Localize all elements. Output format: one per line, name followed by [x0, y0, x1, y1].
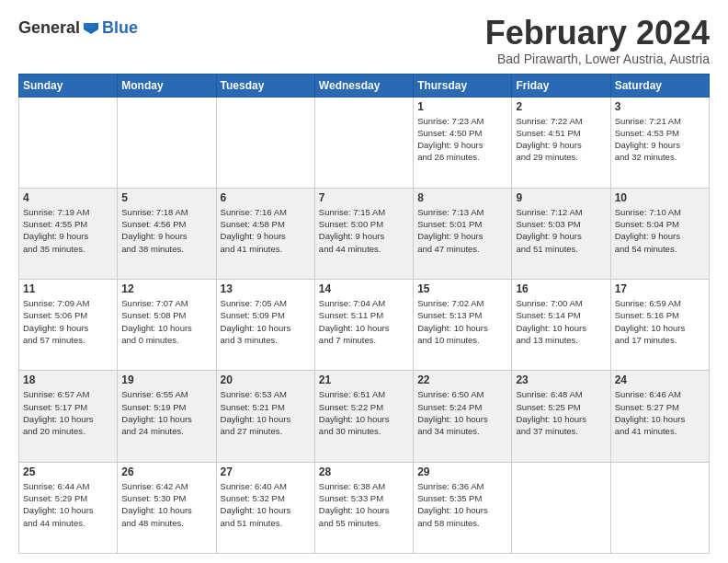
day-number: 7: [319, 191, 409, 204]
day-number: 11: [23, 282, 113, 295]
day-header-sunday: Sunday: [19, 74, 118, 97]
day-header-saturday: Saturday: [610, 74, 709, 97]
calendar-cell: 19Sunrise: 6:55 AMSunset: 5:19 PMDayligh…: [118, 371, 216, 462]
day-info: Sunrise: 7:12 AMSunset: 5:03 PMDaylight:…: [516, 206, 606, 255]
day-number: 23: [516, 373, 606, 386]
calendar-cell: [610, 462, 709, 553]
calendar-cell: 29Sunrise: 6:36 AMSunset: 5:35 PMDayligh…: [414, 462, 512, 553]
calendar-cell: 14Sunrise: 7:04 AMSunset: 5:11 PMDayligh…: [314, 280, 413, 371]
day-number: 29: [417, 465, 507, 478]
calendar-cell: 1Sunrise: 7:23 AMSunset: 4:50 PMDaylight…: [414, 97, 512, 188]
day-info: Sunrise: 7:10 AMSunset: 5:04 PMDaylight:…: [615, 206, 705, 255]
day-info: Sunrise: 7:04 AMSunset: 5:11 PMDaylight:…: [319, 297, 409, 346]
day-info: Sunrise: 7:18 AMSunset: 4:56 PMDaylight:…: [121, 206, 211, 255]
day-info: Sunrise: 7:13 AMSunset: 5:01 PMDaylight:…: [417, 206, 507, 255]
day-number: 25: [23, 465, 113, 478]
day-info: Sunrise: 6:38 AMSunset: 5:33 PMDaylight:…: [319, 480, 409, 529]
day-number: 3: [615, 100, 705, 113]
logo-flag-icon: [82, 19, 100, 38]
day-info: Sunrise: 6:44 AMSunset: 5:29 PMDaylight:…: [23, 480, 113, 529]
day-number: 1: [417, 100, 507, 113]
day-number: 21: [319, 373, 409, 386]
calendar-cell: 10Sunrise: 7:10 AMSunset: 5:04 PMDayligh…: [610, 188, 709, 279]
calendar-cell: 12Sunrise: 7:07 AMSunset: 5:08 PMDayligh…: [118, 280, 216, 371]
day-header-monday: Monday: [118, 74, 216, 97]
day-number: 9: [516, 191, 606, 204]
day-number: 15: [417, 282, 507, 295]
day-header-friday: Friday: [512, 74, 610, 97]
day-info: Sunrise: 7:07 AMSunset: 5:08 PMDaylight:…: [121, 297, 211, 346]
day-info: Sunrise: 6:40 AMSunset: 5:32 PMDaylight:…: [221, 480, 311, 529]
day-number: 20: [221, 373, 311, 386]
day-number: 26: [121, 465, 211, 478]
calendar-header-row: SundayMondayTuesdayWednesdayThursdayFrid…: [19, 74, 710, 97]
day-number: 13: [221, 282, 311, 295]
calendar-cell: 28Sunrise: 6:38 AMSunset: 5:33 PMDayligh…: [314, 462, 413, 553]
day-number: 2: [516, 100, 606, 113]
day-number: 10: [615, 191, 705, 204]
logo-general: General: [18, 18, 80, 37]
day-info: Sunrise: 7:22 AMSunset: 4:51 PMDaylight:…: [516, 115, 606, 164]
calendar-cell: 21Sunrise: 6:51 AMSunset: 5:22 PMDayligh…: [314, 371, 413, 462]
calendar-cell: [118, 97, 216, 188]
day-info: Sunrise: 7:19 AMSunset: 4:55 PMDaylight:…: [23, 206, 113, 255]
calendar-cell: 13Sunrise: 7:05 AMSunset: 5:09 PMDayligh…: [216, 280, 314, 371]
day-info: Sunrise: 6:36 AMSunset: 5:35 PMDaylight:…: [417, 480, 507, 529]
calendar-cell: 4Sunrise: 7:19 AMSunset: 4:55 PMDaylight…: [19, 188, 118, 279]
svg-marker-1: [84, 23, 95, 29]
calendar-week-1: 1Sunrise: 7:23 AMSunset: 4:50 PMDaylight…: [19, 97, 710, 188]
day-info: Sunrise: 7:16 AMSunset: 4:58 PMDaylight:…: [221, 206, 311, 255]
title-block: February 2024 Bad Pirawarth, Lower Austr…: [485, 15, 710, 66]
day-number: 8: [417, 191, 507, 204]
day-header-thursday: Thursday: [414, 74, 512, 97]
day-info: Sunrise: 6:59 AMSunset: 5:16 PMDaylight:…: [615, 297, 705, 346]
day-header-wednesday: Wednesday: [314, 74, 413, 97]
day-number: 28: [319, 465, 409, 478]
day-header-tuesday: Tuesday: [216, 74, 314, 97]
day-number: 27: [221, 465, 311, 478]
day-info: Sunrise: 6:48 AMSunset: 5:25 PMDaylight:…: [516, 388, 606, 437]
calendar-cell: 24Sunrise: 6:46 AMSunset: 5:27 PMDayligh…: [610, 371, 709, 462]
calendar-cell: [314, 97, 413, 188]
day-number: 4: [23, 191, 113, 204]
calendar-cell: 17Sunrise: 6:59 AMSunset: 5:16 PMDayligh…: [610, 280, 709, 371]
day-info: Sunrise: 7:23 AMSunset: 4:50 PMDaylight:…: [417, 115, 507, 164]
day-number: 18: [23, 373, 113, 386]
calendar-cell: 7Sunrise: 7:15 AMSunset: 5:00 PMDaylight…: [314, 188, 413, 279]
day-info: Sunrise: 6:50 AMSunset: 5:24 PMDaylight:…: [417, 388, 507, 437]
day-info: Sunrise: 6:53 AMSunset: 5:21 PMDaylight:…: [221, 388, 311, 437]
calendar-cell: 20Sunrise: 6:53 AMSunset: 5:21 PMDayligh…: [216, 371, 314, 462]
day-info: Sunrise: 7:00 AMSunset: 5:14 PMDaylight:…: [516, 297, 606, 346]
calendar-table: SundayMondayTuesdayWednesdayThursdayFrid…: [18, 74, 710, 554]
day-number: 5: [121, 191, 211, 204]
header: General Blue February 2024 Bad Pirawarth…: [18, 15, 710, 66]
day-info: Sunrise: 7:21 AMSunset: 4:53 PMDaylight:…: [615, 115, 705, 164]
day-number: 14: [319, 282, 409, 295]
calendar-cell: 26Sunrise: 6:42 AMSunset: 5:30 PMDayligh…: [118, 462, 216, 553]
calendar-cell: 27Sunrise: 6:40 AMSunset: 5:32 PMDayligh…: [216, 462, 314, 553]
day-number: 12: [121, 282, 211, 295]
calendar-cell: 25Sunrise: 6:44 AMSunset: 5:29 PMDayligh…: [19, 462, 118, 553]
calendar-cell: [19, 97, 118, 188]
calendar-week-3: 11Sunrise: 7:09 AMSunset: 5:06 PMDayligh…: [19, 280, 710, 371]
day-info: Sunrise: 6:57 AMSunset: 5:17 PMDaylight:…: [23, 388, 113, 437]
day-info: Sunrise: 6:46 AMSunset: 5:27 PMDaylight:…: [615, 388, 705, 437]
calendar-cell: 15Sunrise: 7:02 AMSunset: 5:13 PMDayligh…: [414, 280, 512, 371]
day-info: Sunrise: 6:42 AMSunset: 5:30 PMDaylight:…: [121, 480, 211, 529]
logo: General Blue: [18, 18, 138, 38]
calendar-week-2: 4Sunrise: 7:19 AMSunset: 4:55 PMDaylight…: [19, 188, 710, 279]
day-info: Sunrise: 7:15 AMSunset: 5:00 PMDaylight:…: [319, 206, 409, 255]
calendar-cell: 16Sunrise: 7:00 AMSunset: 5:14 PMDayligh…: [512, 280, 610, 371]
day-number: 19: [121, 373, 211, 386]
page: General Blue February 2024 Bad Pirawarth…: [0, 0, 728, 563]
calendar-cell: [216, 97, 314, 188]
logo-text: General Blue: [18, 18, 138, 38]
day-number: 6: [221, 191, 311, 204]
calendar-cell: 2Sunrise: 7:22 AMSunset: 4:51 PMDaylight…: [512, 97, 610, 188]
day-info: Sunrise: 6:51 AMSunset: 5:22 PMDaylight:…: [319, 388, 409, 437]
calendar-cell: [512, 462, 610, 553]
day-info: Sunrise: 7:09 AMSunset: 5:06 PMDaylight:…: [23, 297, 113, 346]
calendar-cell: 5Sunrise: 7:18 AMSunset: 4:56 PMDaylight…: [118, 188, 216, 279]
calendar-cell: 9Sunrise: 7:12 AMSunset: 5:03 PMDaylight…: [512, 188, 610, 279]
day-number: 16: [516, 282, 606, 295]
